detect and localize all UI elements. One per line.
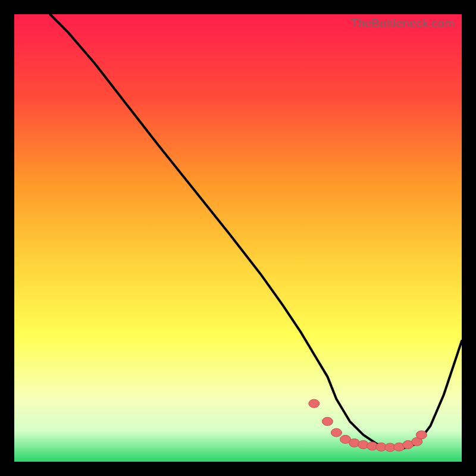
chart-frame: TheBottleneck.com (14, 14, 462, 462)
watermark-text: TheBottleneck.com (350, 17, 455, 30)
gradient-background (14, 14, 462, 462)
chart-svg (14, 14, 462, 462)
data-dot (322, 417, 333, 425)
data-dot (416, 431, 427, 439)
data-dot (309, 399, 320, 408)
data-dot (331, 428, 342, 437)
